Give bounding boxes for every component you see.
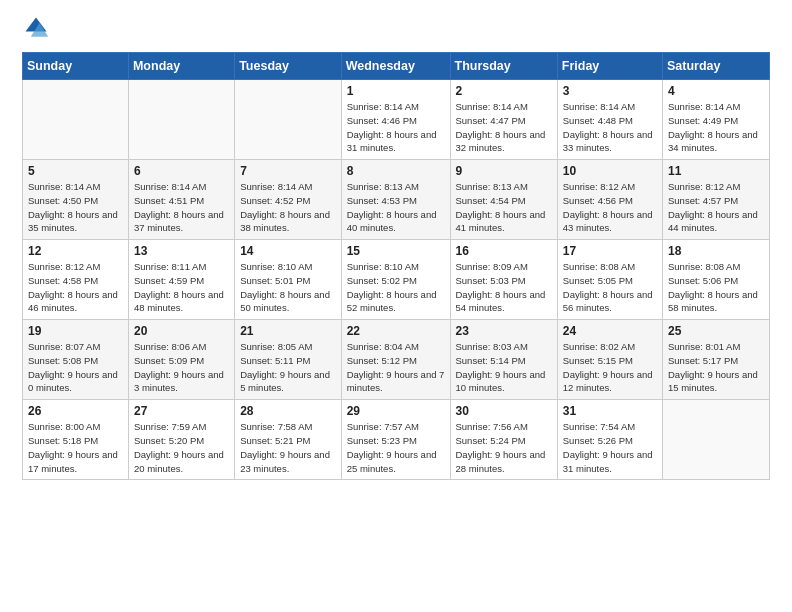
day-cell: 9Sunrise: 8:13 AMSunset: 4:54 PMDaylight…: [450, 160, 557, 240]
day-info: Sunrise: 7:58 AMSunset: 5:21 PMDaylight:…: [240, 420, 336, 475]
weekday-monday: Monday: [128, 53, 234, 80]
weekday-wednesday: Wednesday: [341, 53, 450, 80]
day-cell: [128, 80, 234, 160]
day-number: 16: [456, 244, 552, 258]
day-number: 4: [668, 84, 764, 98]
day-number: 25: [668, 324, 764, 338]
day-info: Sunrise: 8:07 AMSunset: 5:08 PMDaylight:…: [28, 340, 123, 395]
day-info: Sunrise: 8:14 AMSunset: 4:48 PMDaylight:…: [563, 100, 657, 155]
day-cell: 23Sunrise: 8:03 AMSunset: 5:14 PMDayligh…: [450, 320, 557, 400]
day-info: Sunrise: 7:56 AMSunset: 5:24 PMDaylight:…: [456, 420, 552, 475]
day-number: 5: [28, 164, 123, 178]
day-cell: 20Sunrise: 8:06 AMSunset: 5:09 PMDayligh…: [128, 320, 234, 400]
day-number: 9: [456, 164, 552, 178]
day-number: 1: [347, 84, 445, 98]
day-info: Sunrise: 7:57 AMSunset: 5:23 PMDaylight:…: [347, 420, 445, 475]
day-cell: 2Sunrise: 8:14 AMSunset: 4:47 PMDaylight…: [450, 80, 557, 160]
weekday-friday: Friday: [557, 53, 662, 80]
day-number: 11: [668, 164, 764, 178]
day-cell: 15Sunrise: 8:10 AMSunset: 5:02 PMDayligh…: [341, 240, 450, 320]
day-cell: 18Sunrise: 8:08 AMSunset: 5:06 PMDayligh…: [663, 240, 770, 320]
weekday-sunday: Sunday: [23, 53, 129, 80]
day-info: Sunrise: 8:14 AMSunset: 4:47 PMDaylight:…: [456, 100, 552, 155]
page: SundayMondayTuesdayWednesdayThursdayFrid…: [0, 0, 792, 612]
day-info: Sunrise: 8:12 AMSunset: 4:58 PMDaylight:…: [28, 260, 123, 315]
header: [22, 18, 770, 42]
day-cell: 11Sunrise: 8:12 AMSunset: 4:57 PMDayligh…: [663, 160, 770, 240]
day-cell: 30Sunrise: 7:56 AMSunset: 5:24 PMDayligh…: [450, 400, 557, 480]
day-info: Sunrise: 8:09 AMSunset: 5:03 PMDaylight:…: [456, 260, 552, 315]
day-cell: 27Sunrise: 7:59 AMSunset: 5:20 PMDayligh…: [128, 400, 234, 480]
day-info: Sunrise: 8:00 AMSunset: 5:18 PMDaylight:…: [28, 420, 123, 475]
day-info: Sunrise: 7:54 AMSunset: 5:26 PMDaylight:…: [563, 420, 657, 475]
day-cell: 16Sunrise: 8:09 AMSunset: 5:03 PMDayligh…: [450, 240, 557, 320]
day-number: 22: [347, 324, 445, 338]
day-cell: 1Sunrise: 8:14 AMSunset: 4:46 PMDaylight…: [341, 80, 450, 160]
day-number: 20: [134, 324, 229, 338]
day-number: 31: [563, 404, 657, 418]
weekday-tuesday: Tuesday: [235, 53, 342, 80]
day-cell: 3Sunrise: 8:14 AMSunset: 4:48 PMDaylight…: [557, 80, 662, 160]
day-cell: 6Sunrise: 8:14 AMSunset: 4:51 PMDaylight…: [128, 160, 234, 240]
day-info: Sunrise: 8:08 AMSunset: 5:05 PMDaylight:…: [563, 260, 657, 315]
day-info: Sunrise: 8:14 AMSunset: 4:51 PMDaylight:…: [134, 180, 229, 235]
day-cell: 29Sunrise: 7:57 AMSunset: 5:23 PMDayligh…: [341, 400, 450, 480]
day-cell: 4Sunrise: 8:14 AMSunset: 4:49 PMDaylight…: [663, 80, 770, 160]
day-number: 6: [134, 164, 229, 178]
day-info: Sunrise: 8:05 AMSunset: 5:11 PMDaylight:…: [240, 340, 336, 395]
day-cell: 28Sunrise: 7:58 AMSunset: 5:21 PMDayligh…: [235, 400, 342, 480]
day-number: 10: [563, 164, 657, 178]
day-info: Sunrise: 8:04 AMSunset: 5:12 PMDaylight:…: [347, 340, 445, 395]
day-number: 21: [240, 324, 336, 338]
day-number: 15: [347, 244, 445, 258]
day-info: Sunrise: 8:08 AMSunset: 5:06 PMDaylight:…: [668, 260, 764, 315]
logo-icon: [22, 14, 50, 42]
day-info: Sunrise: 8:11 AMSunset: 4:59 PMDaylight:…: [134, 260, 229, 315]
logo-area: [22, 18, 53, 42]
calendar-table: SundayMondayTuesdayWednesdayThursdayFrid…: [22, 52, 770, 480]
day-number: 14: [240, 244, 336, 258]
week-row-5: 26Sunrise: 8:00 AMSunset: 5:18 PMDayligh…: [23, 400, 770, 480]
day-number: 2: [456, 84, 552, 98]
day-cell: 26Sunrise: 8:00 AMSunset: 5:18 PMDayligh…: [23, 400, 129, 480]
day-number: 7: [240, 164, 336, 178]
day-number: 23: [456, 324, 552, 338]
day-info: Sunrise: 8:13 AMSunset: 4:54 PMDaylight:…: [456, 180, 552, 235]
day-cell: 25Sunrise: 8:01 AMSunset: 5:17 PMDayligh…: [663, 320, 770, 400]
day-number: 12: [28, 244, 123, 258]
day-cell: [23, 80, 129, 160]
day-info: Sunrise: 8:03 AMSunset: 5:14 PMDaylight:…: [456, 340, 552, 395]
day-info: Sunrise: 8:10 AMSunset: 5:02 PMDaylight:…: [347, 260, 445, 315]
day-number: 18: [668, 244, 764, 258]
day-cell: 31Sunrise: 7:54 AMSunset: 5:26 PMDayligh…: [557, 400, 662, 480]
day-cell: 5Sunrise: 8:14 AMSunset: 4:50 PMDaylight…: [23, 160, 129, 240]
day-info: Sunrise: 8:01 AMSunset: 5:17 PMDaylight:…: [668, 340, 764, 395]
week-row-1: 1Sunrise: 8:14 AMSunset: 4:46 PMDaylight…: [23, 80, 770, 160]
day-cell: 17Sunrise: 8:08 AMSunset: 5:05 PMDayligh…: [557, 240, 662, 320]
day-number: 17: [563, 244, 657, 258]
day-info: Sunrise: 8:10 AMSunset: 5:01 PMDaylight:…: [240, 260, 336, 315]
day-number: 27: [134, 404, 229, 418]
week-row-2: 5Sunrise: 8:14 AMSunset: 4:50 PMDaylight…: [23, 160, 770, 240]
day-info: Sunrise: 8:12 AMSunset: 4:56 PMDaylight:…: [563, 180, 657, 235]
day-cell: 14Sunrise: 8:10 AMSunset: 5:01 PMDayligh…: [235, 240, 342, 320]
week-row-3: 12Sunrise: 8:12 AMSunset: 4:58 PMDayligh…: [23, 240, 770, 320]
day-number: 3: [563, 84, 657, 98]
day-number: 8: [347, 164, 445, 178]
day-info: Sunrise: 8:02 AMSunset: 5:15 PMDaylight:…: [563, 340, 657, 395]
day-cell: 19Sunrise: 8:07 AMSunset: 5:08 PMDayligh…: [23, 320, 129, 400]
weekday-saturday: Saturday: [663, 53, 770, 80]
day-info: Sunrise: 7:59 AMSunset: 5:20 PMDaylight:…: [134, 420, 229, 475]
day-cell: 7Sunrise: 8:14 AMSunset: 4:52 PMDaylight…: [235, 160, 342, 240]
weekday-header-row: SundayMondayTuesdayWednesdayThursdayFrid…: [23, 53, 770, 80]
day-cell: 10Sunrise: 8:12 AMSunset: 4:56 PMDayligh…: [557, 160, 662, 240]
day-info: Sunrise: 8:14 AMSunset: 4:52 PMDaylight:…: [240, 180, 336, 235]
day-cell: 8Sunrise: 8:13 AMSunset: 4:53 PMDaylight…: [341, 160, 450, 240]
day-cell: 24Sunrise: 8:02 AMSunset: 5:15 PMDayligh…: [557, 320, 662, 400]
day-info: Sunrise: 8:13 AMSunset: 4:53 PMDaylight:…: [347, 180, 445, 235]
day-info: Sunrise: 8:14 AMSunset: 4:50 PMDaylight:…: [28, 180, 123, 235]
day-number: 19: [28, 324, 123, 338]
week-row-4: 19Sunrise: 8:07 AMSunset: 5:08 PMDayligh…: [23, 320, 770, 400]
day-info: Sunrise: 8:06 AMSunset: 5:09 PMDaylight:…: [134, 340, 229, 395]
day-number: 24: [563, 324, 657, 338]
